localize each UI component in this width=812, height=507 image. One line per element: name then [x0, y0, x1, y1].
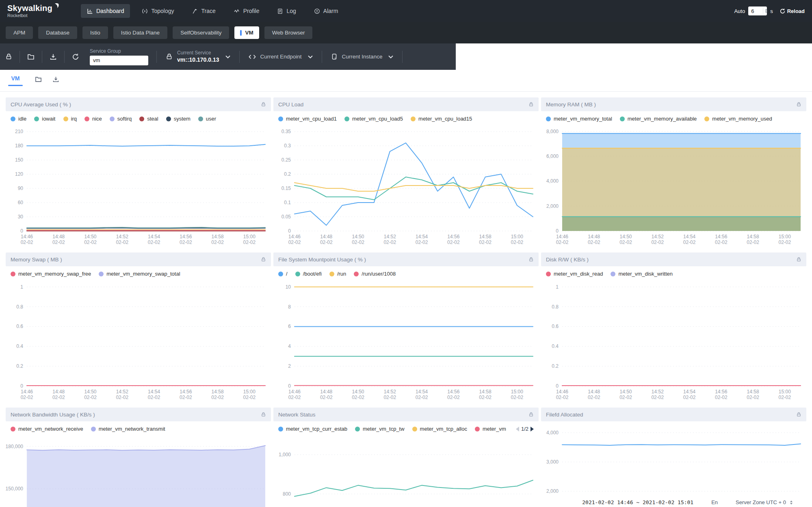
current-endpoint-select[interactable]: Current Endpoint [242, 54, 319, 60]
svg-text:14:52: 14:52 [384, 389, 396, 395]
panel-lock-button[interactable] [796, 101, 801, 107]
page-tab-web-browser[interactable]: Web Browser [264, 26, 313, 39]
auto-interval-input[interactable] [748, 8, 762, 14]
svg-text:10: 10 [286, 284, 291, 290]
svg-text:14:50: 14:50 [352, 389, 364, 395]
legend-item[interactable]: user [198, 116, 216, 122]
panel-header: CPU Load [273, 97, 539, 111]
legend-dot-icon [354, 272, 359, 276]
panel-lock-button[interactable] [528, 412, 534, 417]
svg-text:14:50: 14:50 [84, 234, 97, 239]
legend-dot-icon [546, 272, 551, 276]
pager-next-icon[interactable] [531, 427, 534, 431]
legend-item[interactable]: / [278, 271, 288, 277]
page-tab-vm[interactable]: VM [234, 26, 259, 39]
svg-text:150,000: 150,000 [6, 486, 23, 492]
legend-item[interactable]: meter_vm_tcp_tw [355, 426, 405, 432]
nav-item-dashboard[interactable]: Dashboard [81, 4, 130, 18]
time-range-picker[interactable]: 2021-02-02 14:46 ~ 2021-02-02 15:01 [582, 499, 693, 505]
page-tab-database[interactable]: Database [38, 26, 77, 39]
zone-stepper-icon[interactable] [790, 501, 793, 505]
panel-lock-button[interactable] [261, 412, 266, 417]
legend-item[interactable]: meter_vm_cpu_load15 [411, 116, 472, 122]
auto-label: Auto [734, 8, 745, 14]
panel-lock-button[interactable] [796, 257, 801, 262]
panel-lock-button[interactable] [261, 257, 266, 262]
svg-text:8: 8 [288, 304, 291, 310]
legend-item[interactable]: meter_vm_memory_total [546, 116, 612, 122]
legend-item[interactable]: meter_vm_memory_swap_total [99, 271, 180, 277]
folder-button[interactable] [22, 48, 39, 65]
legend-item[interactable]: iowait [34, 116, 55, 122]
legend-item[interactable]: /run/user/1008 [354, 271, 396, 277]
export-tab-button[interactable] [52, 76, 59, 83]
lock-button[interactable] [0, 48, 17, 65]
panel-lock-button[interactable] [528, 101, 534, 107]
refresh-button[interactable] [67, 48, 84, 65]
legend-item[interactable]: meter_vm_memory_available [620, 116, 697, 122]
legend-item[interactable]: idle [11, 116, 26, 122]
legend-dot-icon [99, 272, 104, 276]
chart-legend: //boot/efi/run/run/user/1008 [273, 266, 539, 278]
legend-item[interactable]: /run [329, 271, 346, 277]
chart-plot: 10.80.60.40.2014:4602-0214:4802-0214:500… [541, 278, 806, 402]
lock-icon [796, 101, 801, 107]
brand-logo[interactable]: Skywalking Rocketbot [7, 4, 60, 18]
current-service-select[interactable]: Current Service vm::10.170.0.13 [159, 50, 237, 63]
import-button[interactable] [45, 48, 62, 65]
chart-legend: idleiowaitirqnicesoftirqstealsystemuser [6, 111, 271, 123]
legend-item[interactable]: softirq [110, 116, 132, 122]
legend-item[interactable]: meter_vm_disk_written [611, 271, 673, 277]
svg-text:02-02: 02-02 [383, 395, 396, 400]
panel-lock-button[interactable] [796, 412, 801, 417]
tab-vm[interactable]: VM [8, 75, 23, 86]
download-icon [50, 53, 57, 60]
page-tab-apm[interactable]: APM [6, 26, 33, 39]
legend-item[interactable]: /boot/efi [295, 271, 322, 277]
page-tab-istio[interactable]: Istio [82, 26, 108, 39]
nav-item-profile[interactable]: Profile [227, 4, 266, 18]
pages-bar: APM Database Istio Istio Data Plane Self… [0, 22, 812, 43]
legend-item[interactable]: system [166, 116, 191, 122]
legend-item[interactable]: meter_vm_cpu_load1 [278, 116, 337, 122]
svg-text:0.6: 0.6 [552, 324, 559, 329]
legend-item[interactable]: nice [84, 116, 102, 122]
svg-text:02-02: 02-02 [288, 395, 301, 400]
legend-item[interactable]: steal [139, 116, 158, 122]
nav-item-log[interactable]: Log [271, 4, 302, 18]
page-tab-istio-data-plane[interactable]: Istio Data Plane [113, 26, 167, 39]
legend-item[interactable]: irq [63, 116, 77, 122]
legend-item[interactable]: meter_vm [475, 426, 506, 432]
legend-item[interactable]: meter_vm_tcp_curr_estab [278, 426, 347, 432]
legend-item[interactable]: meter_vm_network_receive [11, 426, 83, 432]
legend-item[interactable]: meter_vm_cpu_load5 [344, 116, 403, 122]
stepper-arrows-icon[interactable] [763, 8, 769, 14]
svg-text:02-02: 02-02 [243, 239, 256, 245]
legend-item[interactable]: meter_vm_disk_read [546, 271, 603, 277]
svg-text:02-02: 02-02 [320, 239, 333, 245]
current-instance-select[interactable]: Current Instance [325, 53, 400, 60]
legend-item[interactable]: meter_vm_memory_swap_free [11, 271, 91, 277]
server-zone-selector[interactable]: Server Zone UTC + 0 [736, 499, 793, 505]
panel-lock-button[interactable] [261, 101, 266, 107]
panel-lock-button[interactable] [528, 257, 534, 262]
legend-item[interactable]: meter_vm_tcp_alloc [412, 426, 467, 432]
svg-text:02-02: 02-02 [84, 395, 97, 400]
legend-item[interactable]: meter_vm_network_transmit [91, 426, 165, 432]
language-selector[interactable]: En [711, 499, 718, 505]
nav-item-trace[interactable]: Trace [186, 4, 221, 18]
reload-button[interactable]: Reload [780, 8, 805, 14]
nav-item-topology[interactable]: Topology [136, 4, 180, 18]
pager-prev-icon[interactable] [516, 427, 519, 431]
page-tab-selfobservability[interactable]: SelfObservability [173, 26, 229, 39]
nav-item-alarm[interactable]: Alarm [308, 4, 344, 18]
svg-text:02-02: 02-02 [683, 239, 696, 245]
add-tab-folder-button[interactable] [35, 76, 42, 83]
svg-text:90: 90 [18, 186, 24, 191]
svg-text:4: 4 [288, 343, 291, 349]
auto-interval-stepper[interactable] [748, 6, 767, 15]
service-group-input[interactable] [90, 56, 148, 65]
legend-dot-icon [166, 117, 171, 121]
panel-header: Disk R/W ( KB/s ) [541, 252, 806, 266]
legend-item[interactable]: meter_vm_memory_used [704, 116, 772, 122]
